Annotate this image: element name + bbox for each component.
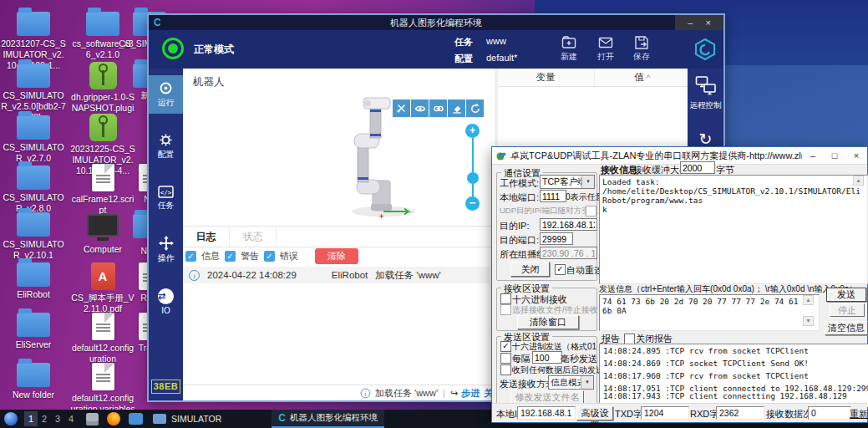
interval-send-checkbox[interactable] (500, 353, 511, 364)
nav-label: 操作 (158, 252, 175, 264)
auto-reconnect-label: 自动重连 (566, 264, 603, 277)
column-value-label: 值 (634, 72, 644, 82)
tcp-window-title: 卓岚TCP&UDP调试工具-ZLAN专业的串口联网方案提供商-http://ww… (510, 150, 802, 162)
column-variable[interactable]: 变量 (498, 69, 595, 86)
tcp-app-icon (496, 150, 507, 161)
run-target-icon (159, 81, 173, 95)
multicast-input (540, 247, 597, 259)
desktop-icon[interactable]: CS_SIMULATOR_v2.8.0 (1, 166, 66, 214)
interval-input[interactable] (532, 351, 562, 364)
tab-status[interactable]: 状态 (230, 227, 277, 247)
folder-icon (17, 262, 50, 287)
minimize-button[interactable]: – (802, 150, 824, 160)
dropdown-arrow-icon: ▼ (581, 376, 593, 389)
disconnect-button[interactable]: 关闭 (510, 262, 550, 277)
desktop-icon[interactable]: EliRobot (1, 262, 66, 300)
desktop-icon[interactable]: CS_SIMULATOR_v2.5.0[bdb2-79f3] (1, 64, 66, 122)
clear-log-button[interactable]: 清除 (315, 248, 358, 264)
hex-send-checkbox[interactable]: ✓ (500, 341, 511, 352)
scroll-up-icon[interactable]: ▲ (803, 295, 814, 305)
eraser-button[interactable] (448, 99, 465, 117)
computer-icon (87, 214, 119, 237)
left-nav-rail: 运行 配置 </> 任务 操作 ⇄ IO 38EB (149, 69, 183, 400)
receive-textarea[interactable]: Loaded task: /home/elite/Desktop/CS_SIMU… (599, 175, 868, 284)
recv-count-value: 0 (808, 406, 851, 420)
firefox-icon[interactable] (107, 412, 120, 425)
workspace-2[interactable]: 2 (38, 414, 51, 424)
column-value[interactable]: 值 ^ (595, 69, 692, 86)
memory-chip-badge: 38EB (151, 380, 180, 394)
error-checkbox[interactable]: ✓ (264, 251, 275, 262)
auto-send-checkbox[interactable] (500, 364, 511, 375)
clear-window-button[interactable]: 清除窗口 (517, 315, 579, 329)
advanced-settings-button[interactable]: 高级设置 (576, 406, 613, 420)
task-value[interactable]: www (486, 36, 506, 46)
folder-window-label[interactable]: SIMULATOR (171, 414, 221, 424)
report-line: 14:08:24.869 :TCP socket TCPClient Send … (603, 359, 865, 367)
folder-window-icon[interactable] (153, 414, 166, 424)
workspace-1[interactable]: 1 (24, 411, 38, 426)
local-port-input[interactable] (540, 190, 566, 202)
open-task-button[interactable]: 打开 (591, 35, 620, 63)
work-mode-select[interactable]: TCP客户端 ▼ (540, 175, 595, 189)
nav-item-task[interactable]: </> 任务 (149, 179, 183, 217)
remote-control-item[interactable]: 远程控制 (688, 75, 723, 111)
desktop-icon-label: New folder (1, 390, 66, 400)
udp-follow-label: UDP目的IP/端口随对方变化 (500, 206, 597, 217)
nav-item-io[interactable]: ⇄ IO (149, 283, 183, 321)
desktop-icon-label: EliServer (1, 339, 66, 350)
step-toggle[interactable]: 步进 (461, 387, 480, 400)
config-value[interactable]: default* (486, 53, 517, 63)
buffer-size-input[interactable] (680, 161, 715, 174)
auto-reconnect-checkbox[interactable]: ✓ (555, 264, 566, 275)
pdf-icon: A (91, 262, 115, 290)
new-task-button[interactable]: 新建 (555, 35, 583, 63)
attach-button[interactable] (429, 99, 447, 117)
desktop-icon[interactable]: EliServer (1, 313, 66, 350)
zoom-in-button[interactable]: + (465, 124, 480, 138)
desktop-icon[interactable]: default12.configuration.variables (70, 363, 135, 415)
zoom-out-button[interactable]: − (465, 196, 480, 211)
variable-table-header: 变量 值 ^ (498, 69, 691, 87)
launcher-icon[interactable] (4, 412, 18, 425)
save-task-button[interactable]: 保存 (627, 35, 656, 63)
info-checkbox[interactable]: ✓ (185, 251, 196, 262)
zoom-slider-handle[interactable] (467, 172, 479, 184)
desktop-icon[interactable]: New folder (1, 363, 66, 400)
workspace-4[interactable]: 4 (64, 414, 78, 424)
filter-warn-label: 警告 (241, 250, 259, 262)
desktop-icon[interactable]: 20231207-CS_SIMULATOR_v2.10.0[1120-1... (1, 12, 66, 70)
minimize-button[interactable]: – (688, 18, 693, 28)
scroll-down-icon[interactable]: ▼ (803, 316, 814, 326)
nav-item-run[interactable]: 运行 (149, 75, 183, 114)
hex-recv-checkbox[interactable] (500, 293, 511, 304)
report-textarea[interactable]: 14:08:24.895 :TCP rcv from socket TCPCli… (599, 344, 868, 407)
send-button[interactable]: 发送 (826, 288, 866, 302)
info-icon: i (189, 270, 200, 281)
dest-port-input[interactable] (540, 232, 573, 245)
nav-item-operate[interactable]: 操作 (149, 231, 183, 269)
warn-checkbox[interactable]: ✓ (225, 251, 236, 262)
clear-info-button[interactable]: 清空信息 (825, 321, 868, 335)
tab-log[interactable]: 日志 (183, 227, 230, 247)
dest-ip-input[interactable] (540, 218, 597, 231)
log-entry-row[interactable]: i 2024-04-22 14:08:29 EliRobot 加载任务 'www… (183, 267, 490, 283)
close-button[interactable]: × (705, 18, 710, 28)
maximize-button[interactable]: □ (824, 150, 845, 160)
chat-icon[interactable] (129, 413, 143, 425)
send-textarea[interactable]: 74 61 73 6b 20 2d 70 20 77 77 77 2e 74 6… (599, 294, 820, 331)
nav-item-config[interactable]: 配置 (149, 127, 183, 166)
desktop-icon[interactable]: CS_SIMULATOR_v2.10.1 (1, 212, 66, 261)
close-button[interactable]: × (845, 150, 867, 160)
zoom-slider-track[interactable] (472, 138, 474, 196)
send-mode-select[interactable]: 信息模式 ▼ (548, 375, 594, 390)
desktop-icon-label: EliRobot (1, 289, 66, 300)
recount-link[interactable]: 重新计数 (850, 408, 868, 420)
robot-arm-3d-view[interactable]: + (332, 97, 428, 222)
scroll-up-icon[interactable]: ▲ (853, 176, 864, 186)
reset-view-button[interactable] (466, 99, 484, 117)
archive-manager-icon[interactable] (86, 413, 99, 425)
desktop-icon[interactable]: CS_SIMULATOR_v2.7.0 (1, 115, 66, 164)
workspace-3[interactable]: 3 (51, 414, 64, 424)
taskbar-app-robot[interactable]: C 机器人图形化编程环境 (272, 410, 384, 428)
